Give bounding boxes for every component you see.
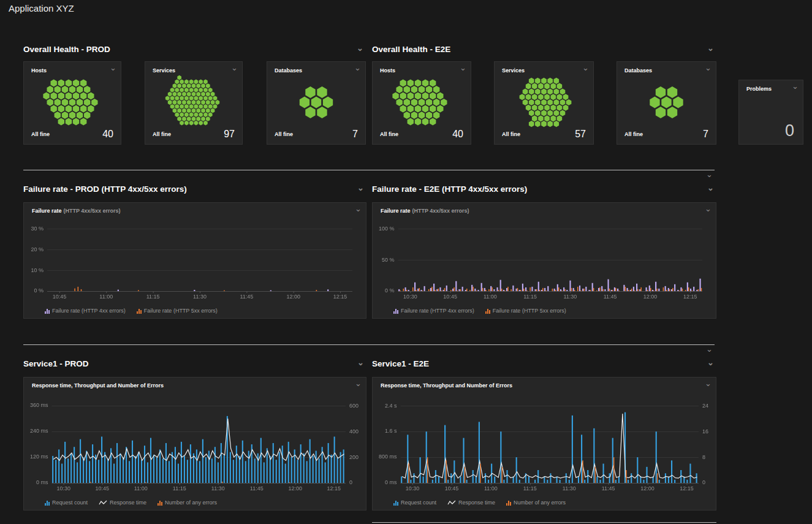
chevron-down-icon[interactable]: ⌄ — [110, 65, 116, 71]
entity-count: 7 — [352, 129, 358, 140]
chevron-down-icon[interactable]: ⌄ — [460, 65, 466, 71]
hexagon-health-grid — [495, 74, 593, 131]
chart-canvas[interactable] — [28, 392, 361, 493]
chevron-down-icon[interactable]: ⌄ — [707, 185, 714, 191]
legend-item[interactable]: Number of any errors — [506, 499, 566, 506]
chevron-down-icon[interactable]: ⌄ — [706, 346, 713, 352]
chevron-down-icon[interactable]: ⌄ — [355, 206, 362, 212]
legend-label: Response time — [458, 499, 495, 506]
chart-legend: Failure rate (HTTP 4xx errors)Failure ra… — [393, 308, 566, 314]
status-text: All fine — [153, 131, 171, 137]
section-title: Overall Health - E2E — [372, 45, 450, 54]
status-text: All fine — [624, 131, 643, 137]
section-title: Service1 - E2E — [372, 359, 429, 368]
section-title: Failure rate - PROD (HTTP 4xx/5xx errors… — [23, 184, 187, 194]
legend-item[interactable]: Request count — [45, 499, 88, 506]
line-series-icon — [447, 500, 456, 506]
legend-item[interactable]: Failure rate (HTTP 5xx errors) — [137, 308, 218, 314]
health-tile-databases-e2e[interactable]: Databases ⌄ All fine 7 — [617, 61, 716, 145]
chart-title: Failure rate(HTTP 4xx/5xx errors) — [32, 208, 120, 214]
legend-item[interactable]: Failure rate (HTTP 4xx errors) — [45, 308, 126, 314]
hexagon-health-grid — [24, 74, 121, 131]
chart-legend: Failure rate (HTTP 4xx errors)Failure ra… — [45, 308, 218, 314]
section-header-health-prod: Overall Health - PROD ⌄ — [23, 45, 366, 57]
chevron-down-icon[interactable]: ⌄ — [355, 381, 362, 387]
chevron-down-icon[interactable]: ⌄ — [357, 185, 364, 191]
legend-item[interactable]: Number of any errors — [157, 499, 217, 506]
tile-label: Services — [153, 67, 175, 74]
tile-label: Services — [502, 67, 525, 74]
chevron-down-icon[interactable]: ⌄ — [705, 381, 711, 387]
legend-label: Request count — [401, 499, 436, 506]
chevron-down-icon[interactable]: ⌄ — [705, 206, 711, 212]
bar-series-icon — [393, 501, 398, 506]
page-title: Application XYZ — [9, 3, 74, 13]
health-tile-hosts-e2e[interactable]: Hosts ⌄ All fine 40 — [372, 61, 471, 145]
tile-label: Databases — [275, 67, 302, 74]
chevron-down-icon[interactable]: ⌄ — [707, 45, 714, 51]
legend-label: Failure rate (HTTP 4xx errors) — [52, 308, 126, 314]
chevron-down-icon[interactable]: ⌄ — [231, 65, 238, 71]
section-divider — [23, 344, 715, 345]
health-tile-services-e2e[interactable]: Services ⌄ All fine 57 — [494, 61, 594, 145]
legend-item[interactable]: Response time — [447, 499, 495, 506]
status-text: All fine — [275, 131, 293, 137]
problems-tile[interactable]: Problems ⌄ 0 — [738, 80, 803, 145]
chevron-down-icon[interactable]: ⌄ — [582, 65, 589, 71]
legend-label: Failure rate (HTTP 4xx errors) — [401, 308, 474, 314]
health-tile-services-prod[interactable]: Services ⌄ All fine 97 — [145, 61, 243, 145]
bar-series-icon — [485, 309, 490, 314]
hexagon-health-grid — [373, 74, 471, 131]
entity-count: 97 — [224, 129, 235, 140]
section-title: Failure rate - E2E (HTTP 4xx/5xx errors) — [372, 184, 527, 194]
health-tile-hosts-prod[interactable]: Hosts ⌄ All fine 40 — [23, 61, 121, 145]
hexagon-health-grid — [145, 74, 242, 131]
legend-item[interactable]: Response time — [99, 499, 146, 506]
chart-title: Failure rate(HTTP 4xx/5xx errors) — [381, 208, 469, 214]
chart-canvas[interactable] — [376, 392, 711, 493]
entity-count: 7 — [703, 129, 708, 140]
tile-label: Hosts — [380, 67, 395, 74]
legend-label: Response time — [110, 499, 146, 506]
chart-tile-service-e2e[interactable]: Response time, Throughput and Number of … — [372, 377, 716, 511]
chart-legend: Request countResponse timeNumber of any … — [45, 499, 217, 506]
health-tile-databases-prod[interactable]: Databases ⌄ All fine 7 — [267, 61, 366, 145]
chevron-down-icon[interactable]: ⌄ — [357, 45, 363, 51]
chart-tile-service-prod[interactable]: Response time, Throughput and Number of … — [23, 377, 366, 511]
chevron-down-icon[interactable]: ⌄ — [354, 65, 361, 71]
status-text: All fine — [31, 131, 50, 137]
legend-item[interactable]: Failure rate (HTTP 5xx errors) — [485, 308, 566, 314]
tile-label: Databases — [624, 67, 652, 74]
chart-canvas[interactable] — [28, 218, 361, 301]
entity-count: 57 — [575, 129, 586, 140]
section-title: Service1 - PROD — [23, 359, 89, 368]
chart-tile-failure-e2e[interactable]: Failure rate(HTTP 4xx/5xx errors) ⌄ Fail… — [372, 202, 716, 319]
chart-canvas[interactable] — [376, 218, 711, 301]
chevron-down-icon[interactable]: ⌄ — [792, 83, 799, 89]
bar-series-icon — [137, 309, 142, 314]
tile-label: Hosts — [31, 67, 47, 74]
legend-item[interactable]: Request count — [393, 499, 436, 506]
chevron-down-icon[interactable]: ⌄ — [705, 65, 711, 71]
section-header-failure-prod: Failure rate - PROD (HTTP 4xx/5xx errors… — [23, 184, 366, 197]
hexagon-health-grid — [267, 74, 365, 131]
chevron-down-icon[interactable]: ⌄ — [706, 172, 713, 178]
legend-label: Number of any errors — [165, 499, 217, 506]
bar-series-icon — [45, 501, 50, 506]
entity-count: 40 — [102, 129, 113, 140]
chart-title: Response time, Throughput and Number of … — [32, 382, 165, 389]
chevron-down-icon[interactable]: ⌄ — [707, 360, 714, 366]
section-divider — [372, 522, 716, 523]
chevron-down-icon[interactable]: ⌄ — [357, 360, 364, 366]
legend-label: Request count — [52, 499, 88, 506]
hexagon-health-grid — [617, 74, 716, 131]
section-divider — [23, 170, 715, 170]
tile-label: Problems — [746, 86, 772, 92]
status-text: All fine — [502, 131, 520, 137]
legend-item[interactable]: Failure rate (HTTP 4xx errors) — [393, 308, 474, 314]
section-header-failure-e2e: Failure rate - E2E (HTTP 4xx/5xx errors)… — [372, 184, 716, 197]
section-header-service-e2e: Service1 - E2E ⌄ — [372, 359, 716, 371]
chart-tile-failure-prod[interactable]: Failure rate(HTTP 4xx/5xx errors) ⌄ Fail… — [23, 202, 366, 319]
section-header-health-e2e: Overall Health - E2E ⌄ — [372, 45, 716, 57]
bar-series-icon — [506, 501, 511, 506]
